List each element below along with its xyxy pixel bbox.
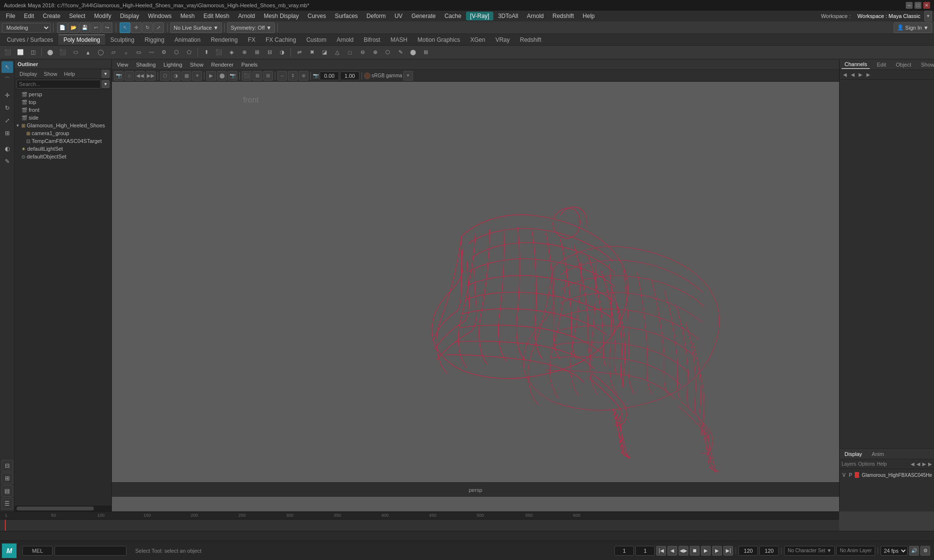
prev-keyframe-btn[interactable]: |◀ [656, 546, 666, 556]
outliner-item-front[interactable]: 🎬 front [15, 106, 111, 114]
display-tab[interactable]: Display [842, 450, 865, 458]
vp-gamma-color-btn[interactable] [364, 72, 371, 79]
lasso-select-btn[interactable]: ⌒ [1, 74, 13, 86]
menu-deform[interactable]: Deform [363, 12, 390, 20]
pb-end-input[interactable] [738, 546, 758, 556]
outliner-item-persp[interactable]: 🎬 persp [15, 90, 111, 98]
tab-fx-caching[interactable]: FX Caching [261, 35, 301, 45]
separate-icon[interactable]: ⊟ [264, 47, 275, 58]
vp-gamma-input[interactable] [340, 71, 359, 80]
plane-icon[interactable]: ▱ [108, 47, 119, 58]
menu-curves[interactable]: Curves [304, 12, 330, 20]
delete-edge-icon[interactable]: ✖ [306, 47, 318, 58]
vp-manip-btn[interactable]: ↔ [277, 71, 287, 81]
tab-animation[interactable]: Animation [170, 35, 205, 45]
menu-arnold[interactable]: Arnold [523, 12, 548, 20]
outliner-filter-btn[interactable]: ▼ [102, 80, 109, 88]
mirror-icon[interactable]: ⇌ [293, 47, 305, 58]
vp-pivot-btn[interactable]: ⊕ [299, 71, 308, 81]
menu-mesh[interactable]: Mesh [177, 12, 198, 20]
audio-btn[interactable]: 🔊 [909, 546, 919, 556]
combine-icon[interactable]: ⊞ [251, 47, 263, 58]
pb-current-input[interactable] [635, 546, 655, 556]
outliner-item-top[interactable]: 🎬 top [15, 98, 111, 106]
quadrangulate-icon[interactable]: □ [344, 47, 356, 58]
tab-poly-modeling[interactable]: Poly Modeling [58, 35, 105, 45]
vp-wireframe-btn[interactable]: ⬡ [160, 71, 170, 81]
menu-display[interactable]: Display [116, 12, 143, 20]
channels-tab[interactable]: Channels [842, 60, 870, 69]
retopo-icon[interactable]: ⬡ [382, 47, 394, 58]
extrude-icon[interactable]: ⬆ [200, 47, 212, 58]
tab-rendering[interactable]: Rendering [206, 35, 242, 45]
outliner-display-menu[interactable]: Display [17, 70, 40, 77]
new-file-btn[interactable]: 📄 [57, 22, 68, 33]
channels-ctrl1[interactable]: ◀ [842, 71, 848, 78]
vp-manip2-btn[interactable]: ⇕ [288, 71, 298, 81]
mel-btn[interactable]: MEL [22, 546, 53, 556]
channels-ctrl2[interactable]: ◀ [849, 71, 856, 78]
layer-editor-btn[interactable]: ⊟ [1, 460, 13, 472]
tab-curves-surfaces[interactable]: Curves / Surfaces [2, 35, 58, 45]
rotate-tool-side-btn[interactable]: ↻ [1, 102, 13, 114]
tab-custom[interactable]: Custom [302, 35, 331, 45]
vp-menu-renderer[interactable]: Renderer [208, 61, 236, 69]
soccer-icon[interactable]: ⬡ [171, 47, 182, 58]
select-tool-btn[interactable]: ↖ [120, 22, 130, 33]
quick-layout-btn[interactable]: ▤ [1, 485, 13, 497]
outliner-scrollbar[interactable] [15, 506, 111, 511]
vp-menu-shading[interactable]: Shading [133, 61, 159, 69]
select-hierarchy-icon[interactable]: ⬜ [15, 47, 26, 58]
prev-frame-btn[interactable]: ◀ [667, 546, 677, 556]
vp-prev-frame-btn[interactable]: ◀◀ [135, 71, 145, 81]
menu-edit-mesh[interactable]: Edit Mesh [199, 12, 233, 20]
lattice-icon[interactable]: ⊞ [420, 47, 431, 58]
move-tool-btn[interactable]: ✛ [131, 22, 142, 33]
outliner-item-tempcam[interactable]: ⊡ TempCamFBXASC04STarget [15, 137, 111, 145]
outliner-scroll-thumb[interactable] [17, 507, 94, 510]
minimize-btn[interactable]: ─ [906, 2, 913, 9]
menu-mesh-tools[interactable]: Arnold [234, 12, 259, 20]
no-live-surface-btn[interactable]: No Live Surface ▼ [170, 22, 222, 33]
viewport-canvas[interactable]: front persp [112, 82, 839, 497]
next-frame-btn[interactable]: ▶ [712, 546, 722, 556]
layers-subtab-layers[interactable]: Layers [842, 461, 856, 467]
save-file-btn[interactable]: 💾 [79, 22, 90, 33]
sculpt-icon[interactable]: ✎ [395, 47, 406, 58]
tab-fx[interactable]: FX [243, 35, 260, 45]
object-tab[interactable]: Object [893, 61, 914, 69]
menu-file[interactable]: File [2, 12, 19, 20]
edit-tab[interactable]: Edit [874, 61, 889, 69]
fps-select[interactable]: 24 fps 30 fps [880, 546, 908, 556]
play-back-btn[interactable]: ◀▶ [679, 546, 688, 556]
triangulate-icon[interactable]: △ [331, 47, 343, 58]
select-mode-btn[interactable]: ↖ [1, 61, 13, 73]
vp-gate-btn[interactable]: ⬛ [242, 71, 251, 81]
outliner-content[interactable]: 🎬 persp 🎬 top 🎬 front 🎬 side ▾ ⊞ Glamoro… [15, 89, 111, 506]
show-tab[interactable]: Show [918, 61, 934, 69]
layers-ctrl2[interactable]: ◀ [916, 461, 920, 467]
vp-snapshot-btn[interactable]: 📷 [228, 71, 237, 81]
snap-tools-btn[interactable]: ⊞ [1, 472, 13, 484]
menu-create[interactable]: Create [39, 12, 64, 20]
tab-rigging[interactable]: Rigging [140, 35, 169, 45]
menu-3dtoall[interactable]: 3DToAll [494, 12, 522, 20]
menu-surfaces[interactable]: Surfaces [331, 12, 361, 20]
tab-bifrost[interactable]: Bifrost [359, 35, 385, 45]
bevel-icon[interactable]: ◈ [226, 47, 237, 58]
fill-hole-icon[interactable]: ◪ [319, 47, 330, 58]
no-character-set-btn[interactable]: No Character Set ▼ [784, 546, 835, 556]
maximize-btn[interactable]: □ [915, 2, 921, 9]
platonic-icon[interactable]: ⬠ [183, 47, 195, 58]
settings-btn[interactable]: ⚙ [920, 546, 930, 556]
sign-in-btn[interactable]: 👤 Sign In ▼ [894, 22, 932, 33]
vp-camera-btn[interactable]: 📷 [114, 71, 124, 81]
vp-exposure-input[interactable] [320, 71, 339, 80]
tab-arnold[interactable]: Arnold [332, 35, 359, 45]
gear-create-icon[interactable]: ⚙ [158, 47, 170, 58]
layers-subtab-options[interactable]: Options [858, 461, 875, 467]
pb-range-end-input[interactable] [759, 546, 779, 556]
vp-gamma-sel-btn[interactable]: ▼ [403, 71, 413, 81]
torus-icon[interactable]: ◯ [95, 47, 107, 58]
vp-texture-btn[interactable]: ▦ [181, 71, 191, 81]
